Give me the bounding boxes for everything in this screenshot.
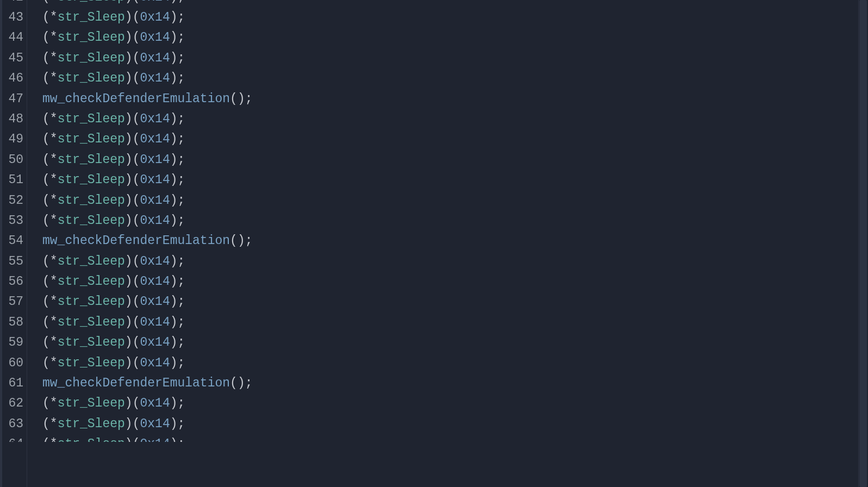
deref-op: * <box>50 193 58 208</box>
code-line[interactable]: mw_checkDefenderEmulation(); <box>42 373 868 394</box>
identifier: str_Sleep <box>58 254 125 269</box>
vertical-scrollbar-track[interactable] <box>858 0 868 487</box>
hex-literal: 0x14 <box>140 295 170 309</box>
deref-op: * <box>50 315 58 329</box>
hex-literal: 0x14 <box>140 417 170 431</box>
open-paren: ( <box>42 335 50 349</box>
code-line[interactable]: (*str_Sleep)(0x14); <box>42 252 868 272</box>
semicolon: ; <box>178 112 185 126</box>
open-paren: ( <box>133 173 140 187</box>
line-number: 57 <box>5 292 27 312</box>
identifier: str_Sleep <box>58 193 125 208</box>
code-line[interactable]: (*str_Sleep)(0x14); <box>42 48 868 68</box>
code-line[interactable]: (*str_Sleep)(0x14); <box>42 8 868 28</box>
semicolon: ; <box>178 295 185 309</box>
close-paren: ) <box>125 0 133 4</box>
code-line[interactable]: (*str_Sleep)(0x14); <box>42 191 868 211</box>
code-editor[interactable]: 4243444546474849505152535455565758596061… <box>0 0 868 487</box>
line-number: 50 <box>5 150 27 170</box>
line-number: 43 <box>5 8 27 28</box>
close-paren: ) <box>125 396 133 410</box>
code-line[interactable]: (*str_Sleep)(0x14); <box>42 313 868 333</box>
line-number: 44 <box>5 28 27 48</box>
close-paren: ) <box>125 437 133 442</box>
identifier: str_Sleep <box>58 295 125 309</box>
identifier: str_Sleep <box>58 335 125 349</box>
close-paren: ) <box>170 254 178 269</box>
open-paren: ( <box>42 30 50 45</box>
semicolon: ; <box>178 214 185 228</box>
code-line[interactable]: (*str_Sleep)(0x14); <box>42 211 868 231</box>
code-line[interactable]: (*str_Sleep)(0x14); <box>42 150 868 170</box>
identifier: str_Sleep <box>58 417 125 431</box>
identifier: str_Sleep <box>58 0 125 4</box>
deref-op: * <box>50 437 58 442</box>
line-number: 54 <box>5 231 27 251</box>
close-paren: ) <box>125 315 133 329</box>
line-number: 63 <box>5 414 27 434</box>
open-paren: ( <box>230 92 238 106</box>
line-number: 51 <box>5 170 27 190</box>
close-paren: ) <box>125 30 133 45</box>
deref-op: * <box>50 356 58 370</box>
identifier: str_Sleep <box>58 437 125 442</box>
identifier: str_Sleep <box>58 315 125 329</box>
line-number: 55 <box>5 252 27 272</box>
open-paren: ( <box>133 193 140 208</box>
open-paren: ( <box>133 417 140 431</box>
function-name: mw_checkDefenderEmulation <box>42 376 230 390</box>
deref-op: * <box>50 417 58 431</box>
line-number: 45 <box>5 48 27 68</box>
line-number: 59 <box>5 333 27 353</box>
code-line[interactable]: (*str_Sleep)(0x14); <box>42 333 868 353</box>
hex-literal: 0x14 <box>140 193 170 208</box>
close-paren: ) <box>170 417 178 431</box>
identifier: str_Sleep <box>58 30 125 45</box>
close-paren: ) <box>170 71 178 85</box>
line-number: 58 <box>5 313 27 333</box>
hex-literal: 0x14 <box>140 173 170 187</box>
code-line[interactable]: (*str_Sleep)(0x14); <box>42 68 868 89</box>
code-line[interactable]: (*str_Sleep)(0x14); <box>42 109 868 129</box>
open-paren: ( <box>42 214 50 228</box>
close-paren: ) <box>170 214 178 228</box>
code-line[interactable]: (*str_Sleep)(0x14); <box>42 353 868 373</box>
close-paren: ) <box>170 51 178 65</box>
deref-op: * <box>50 274 58 289</box>
hex-literal: 0x14 <box>140 30 170 45</box>
identifier: str_Sleep <box>58 356 125 370</box>
code-line[interactable]: mw_checkDefenderEmulation(); <box>42 231 868 251</box>
vertical-scrollbar-thumb[interactable] <box>859 0 867 487</box>
code-line[interactable]: (*str_Sleep)(0x14); <box>42 434 868 442</box>
open-paren: ( <box>42 274 50 289</box>
line-number: 62 <box>5 394 27 414</box>
open-paren: ( <box>230 234 238 248</box>
open-paren: ( <box>133 132 140 146</box>
code-line[interactable]: (*str_Sleep)(0x14); <box>42 28 868 48</box>
code-line[interactable]: (*str_Sleep)(0x14); <box>42 129 868 149</box>
code-line[interactable]: (*str_Sleep)(0x14); <box>42 394 868 414</box>
close-paren: ) <box>125 193 133 208</box>
open-paren: ( <box>42 153 50 167</box>
identifier: str_Sleep <box>58 10 125 24</box>
identifier: str_Sleep <box>58 173 125 187</box>
semicolon: ; <box>178 356 185 370</box>
code-line[interactable]: (*str_Sleep)(0x14); <box>42 292 868 312</box>
code-area[interactable]: (*str_Sleep)(0x14);(*str_Sleep)(0x14);(*… <box>27 0 868 487</box>
semicolon: ; <box>245 376 253 390</box>
open-paren: ( <box>133 214 140 228</box>
open-paren: ( <box>42 396 50 410</box>
semicolon: ; <box>245 92 253 106</box>
code-line[interactable]: mw_checkDefenderEmulation(); <box>42 89 868 109</box>
close-paren: ) <box>170 132 178 146</box>
code-line[interactable]: (*str_Sleep)(0x14); <box>42 414 868 434</box>
code-line[interactable]: (*str_Sleep)(0x14); <box>42 0 868 8</box>
close-paren: ) <box>170 335 178 349</box>
code-line[interactable]: (*str_Sleep)(0x14); <box>42 272 868 292</box>
code-line[interactable]: (*str_Sleep)(0x14); <box>42 170 868 190</box>
function-name: mw_checkDefenderEmulation <box>42 234 230 248</box>
deref-op: * <box>50 10 58 24</box>
identifier: str_Sleep <box>58 71 125 85</box>
close-paren: ) <box>125 335 133 349</box>
hex-literal: 0x14 <box>140 71 170 85</box>
